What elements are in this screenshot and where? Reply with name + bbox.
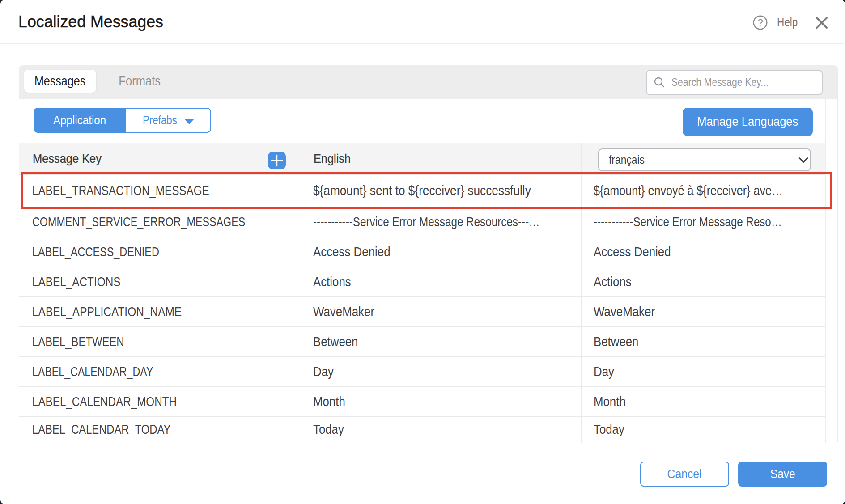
- svg-text:?: ?: [757, 17, 763, 28]
